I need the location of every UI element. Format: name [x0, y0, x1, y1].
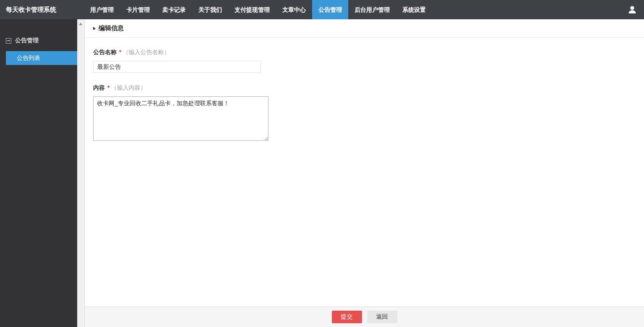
content-hint: （输入内容） [111, 84, 146, 91]
sidebar-item-announcement-list[interactable]: 公告列表 [6, 51, 77, 65]
topbar-right [627, 0, 644, 19]
nav-item-payment-withdrawal[interactable]: 支付提现管理 [228, 0, 276, 19]
vertical-scrollbar[interactable] [77, 19, 84, 327]
caret-right-icon [93, 27, 96, 30]
back-button[interactable]: 返回 [367, 311, 397, 323]
section-header: 编辑信息 [85, 19, 644, 38]
user-account-icon[interactable] [627, 5, 637, 15]
top-navbar: 每天收卡管理系统 用户管理 卡片管理 卖卡记录 关于我们 支付提现管理 文章中心… [0, 0, 644, 19]
section-title: 编辑信息 [99, 24, 124, 32]
main-content: 编辑信息 公告名称*（输入公告名称） 内容*（输入内容） 收卡网_专业回收二手礼… [84, 19, 644, 327]
edit-form: 公告名称*（输入公告名称） 内容*（输入内容） 收卡网_专业回收二手礼品卡，加急… [85, 38, 644, 306]
content-textarea[interactable]: 收卡网_专业回收二手礼品卡，加急处理联系客服！ [93, 96, 269, 141]
content-label-row: 内容*（输入内容） [93, 84, 636, 92]
scrollbar-up-arrow-icon[interactable] [79, 23, 82, 25]
announcement-name-label: 公告名称 [93, 49, 117, 55]
top-nav-menu: 用户管理 卡片管理 卖卡记录 关于我们 支付提现管理 文章中心 公告管理 后台用… [84, 0, 627, 19]
announcement-name-hint: （输入公告名称） [123, 49, 169, 55]
sidebar-group-announcement[interactable]: 公告管理 [0, 37, 77, 44]
nav-item-backend-user-management[interactable]: 后台用户管理 [348, 0, 396, 19]
nav-item-about-us[interactable]: 关于我们 [192, 0, 228, 19]
sidebar-group-label: 公告管理 [15, 37, 39, 44]
announcement-name-label-row: 公告名称*（输入公告名称） [93, 49, 636, 56]
nav-item-system-settings[interactable]: 系统设置 [396, 0, 432, 19]
required-asterisk: * [107, 84, 110, 91]
nav-item-user-management[interactable]: 用户管理 [84, 0, 120, 19]
collapse-minus-icon[interactable] [6, 38, 11, 44]
page-body: 公告管理 公告列表 编辑信息 公告名称*（输入公告名称） 内容*（输入内容） 收… [0, 19, 644, 327]
app-title: 每天收卡管理系统 [0, 0, 84, 19]
required-asterisk: * [119, 49, 121, 55]
nav-item-article-center[interactable]: 文章中心 [276, 0, 312, 19]
submit-button[interactable]: 提交 [332, 311, 362, 323]
announcement-name-input[interactable] [93, 61, 261, 73]
form-footer: 提交 返回 [85, 306, 644, 327]
sidebar: 公告管理 公告列表 [0, 19, 77, 327]
content-label: 内容 [93, 84, 105, 91]
nav-item-announcement-management[interactable]: 公告管理 [312, 0, 348, 19]
nav-item-card-sale-records[interactable]: 卖卡记录 [156, 0, 192, 19]
nav-item-card-management[interactable]: 卡片管理 [120, 0, 156, 19]
